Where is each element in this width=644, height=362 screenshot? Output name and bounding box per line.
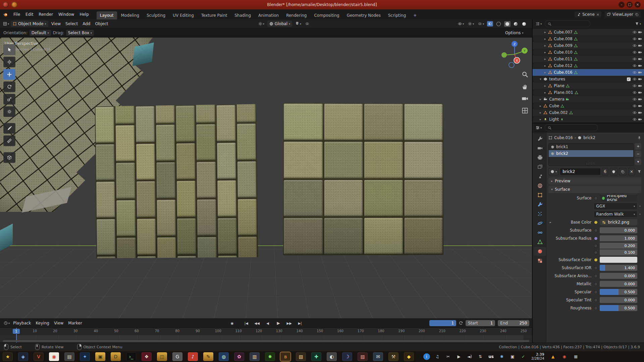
outliner-item-light[interactable]: ▸Light bbox=[533, 116, 644, 123]
taskbar-app-11[interactable]: G bbox=[172, 352, 182, 361]
orientation-default-dropdown[interactable]: Default ▾ bbox=[30, 30, 51, 36]
hide-viewport-icon[interactable] bbox=[633, 90, 637, 95]
disclosure-icon[interactable]: ▸ bbox=[543, 31, 547, 34]
tool-rotate[interactable] bbox=[3, 81, 15, 92]
decorator-dot[interactable] bbox=[639, 213, 641, 216]
filter-funnel-icon[interactable] bbox=[637, 170, 641, 174]
workspace-tab-modeling[interactable]: Modeling bbox=[118, 11, 143, 19]
tray-icon-4[interactable]: ◄) bbox=[466, 353, 473, 360]
tray-end-icon-2[interactable]: ■ bbox=[573, 353, 579, 360]
properties-tab-view-layer[interactable] bbox=[534, 163, 546, 171]
disclosure-icon[interactable]: ▸ bbox=[543, 84, 547, 87]
list-resize-grip[interactable]: :::::: bbox=[549, 162, 633, 165]
disclosure-icon[interactable]: ▸ bbox=[543, 37, 547, 41]
mode-dropdown[interactable]: Object Mode ▾ bbox=[11, 21, 48, 27]
color-swatch[interactable] bbox=[600, 257, 637, 263]
disclosure-icon[interactable]: ▸ bbox=[543, 44, 547, 47]
outliner-item-cube-002[interactable]: ▸Cube.002 bbox=[533, 109, 644, 116]
blender-menu-button[interactable] bbox=[0, 12, 11, 17]
tray-icon-5[interactable]: ⇅ bbox=[477, 353, 484, 360]
outliner-item-cube-007[interactable]: ▸Cube.007 bbox=[533, 29, 644, 36]
prop-random-walk-dropdown[interactable]: Random Walk▾ bbox=[594, 211, 637, 217]
hide-viewport-icon[interactable] bbox=[633, 57, 637, 61]
properties-tab-material[interactable] bbox=[534, 247, 546, 256]
prop-subsurface-slider[interactable]: 0.000 bbox=[600, 227, 637, 233]
play-reverse-button[interactable]: ◀ bbox=[263, 321, 273, 325]
taskbar-app-4[interactable]: ▤ bbox=[64, 352, 74, 361]
outliner-item-cube-016[interactable]: ▸Cube.016 bbox=[533, 69, 644, 76]
taskbar-app-9[interactable]: ❖ bbox=[142, 352, 152, 361]
properties-tab-texture[interactable] bbox=[534, 256, 546, 265]
properties-search-input[interactable] bbox=[545, 124, 598, 131]
next-keyframe-button[interactable]: ▶▶ bbox=[284, 321, 294, 325]
disable-render-icon[interactable] bbox=[638, 84, 642, 88]
viewport-menu-view[interactable]: View bbox=[49, 19, 63, 28]
properties-tab-constraints[interactable] bbox=[534, 228, 546, 237]
disclosure-icon[interactable]: ▸ bbox=[543, 51, 547, 54]
taskbar-app-14[interactable]: ◍ bbox=[219, 352, 229, 361]
tray-icon-1[interactable]: ♫ bbox=[434, 353, 441, 360]
outliner-item-camera[interactable]: ▸Camera bbox=[533, 96, 644, 103]
prop-roughness-slider[interactable]: 0.500 bbox=[600, 305, 637, 311]
gizmo-y-neg-axis[interactable] bbox=[501, 52, 507, 58]
disable-render-icon[interactable] bbox=[638, 57, 642, 61]
disable-render-icon[interactable] bbox=[638, 44, 642, 48]
taskbar-app-23[interactable]: ▨ bbox=[358, 352, 368, 361]
workspace-tab--[interactable]: + bbox=[410, 11, 420, 19]
shading-rendered-button[interactable] bbox=[521, 21, 527, 27]
new-material-button[interactable] bbox=[619, 168, 627, 175]
disable-render-icon[interactable] bbox=[638, 30, 642, 34]
timeline-ruler[interactable]: 1102030405060708090100110120130140150160… bbox=[0, 328, 532, 336]
viewport-menu-select[interactable]: Select bbox=[63, 19, 80, 28]
frame-start-field[interactable]: Start 1 bbox=[466, 320, 495, 326]
properties-editor-type-button[interactable]: ▾ bbox=[535, 125, 543, 130]
properties-tab-render[interactable] bbox=[534, 144, 546, 153]
prop-ggx-dropdown[interactable]: GGX▾ bbox=[594, 203, 637, 209]
taskbar-app-5[interactable]: ✦ bbox=[80, 352, 90, 361]
viewport-menu-add[interactable]: Add bbox=[80, 19, 93, 28]
outliner-item-cube-008[interactable]: ▸Cube.008 bbox=[533, 36, 644, 42]
tray-end-icon-1[interactable]: ◉ bbox=[561, 353, 568, 360]
tray-icon-0[interactable]: i bbox=[423, 353, 430, 360]
taskbar-app-17[interactable]: ✸ bbox=[265, 352, 275, 361]
navigation-gizmo[interactable]: Z Y X bbox=[500, 40, 529, 69]
pan-button[interactable] bbox=[521, 82, 529, 90]
menu-render[interactable]: Render bbox=[36, 9, 56, 19]
disable-render-icon[interactable] bbox=[638, 90, 642, 95]
taskbar-app-12[interactable]: ♪ bbox=[188, 352, 198, 361]
taskbar-app-6[interactable]: ▣ bbox=[95, 352, 105, 361]
proportional-editing-button[interactable] bbox=[304, 21, 310, 26]
snap-button[interactable]: ▾ bbox=[294, 21, 302, 26]
tray-icon-6[interactable]: us bbox=[488, 353, 494, 360]
jump-to-end-button[interactable]: ▶| bbox=[295, 321, 305, 325]
shading-wireframe-button[interactable] bbox=[495, 21, 502, 27]
outliner-item-cube-011[interactable]: ▸Cube.011 bbox=[533, 56, 644, 62]
timeline-scrollbar[interactable] bbox=[3, 340, 529, 342]
taskbar-app-26[interactable]: ◆ bbox=[404, 352, 414, 361]
tray-end-icon-0[interactable]: ▲ bbox=[550, 353, 556, 360]
taskbar-app-7[interactable]: D bbox=[111, 352, 121, 361]
taskbar-app-13[interactable]: ✎ bbox=[203, 352, 213, 361]
breadcrumb-material[interactable]: brick2 bbox=[583, 135, 595, 140]
tray-icon-7[interactable]: ✱ bbox=[498, 353, 505, 360]
hide-viewport-icon[interactable] bbox=[633, 30, 637, 34]
surface-section-header[interactable]: ▾ Surface bbox=[548, 186, 641, 193]
menu-help[interactable]: Help bbox=[77, 9, 91, 19]
prop-subsurface-radius-number[interactable]: 1.000 bbox=[600, 235, 637, 241]
visibility-button[interactable]: ▾ bbox=[457, 21, 465, 26]
prop-specular-slider[interactable]: 0.500 bbox=[600, 289, 637, 295]
slot-specials-button[interactable]: ▾ bbox=[635, 159, 641, 165]
taskbar-app-20[interactable]: ✚ bbox=[311, 352, 321, 361]
viewport-menu-object[interactable]: Object bbox=[93, 19, 110, 28]
timeline-menu-keying[interactable]: Keying bbox=[34, 319, 52, 327]
hide-viewport-icon[interactable] bbox=[633, 64, 637, 68]
material-slot-brick2[interactable]: brick2 bbox=[549, 150, 633, 157]
play-button[interactable]: ▶ bbox=[273, 320, 283, 326]
tool-cursor[interactable] bbox=[3, 57, 15, 67]
tool-move[interactable] bbox=[3, 69, 15, 80]
timeline-menu-marker[interactable]: Marker bbox=[66, 319, 84, 327]
workspace-tab-rendering[interactable]: Rendering bbox=[283, 11, 310, 19]
fake-user-button[interactable] bbox=[610, 168, 618, 175]
viewlayer-copy-icon[interactable] bbox=[635, 13, 639, 16]
pin-icon[interactable] bbox=[637, 136, 641, 140]
